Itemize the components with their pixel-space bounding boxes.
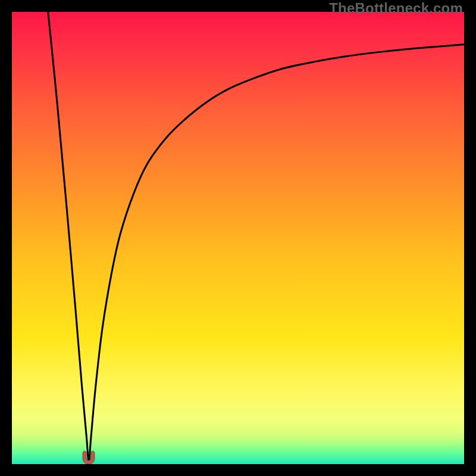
- plot-area: [12, 12, 464, 464]
- optimum-marker-icon: [81, 450, 96, 464]
- bottleneck-curve: [12, 12, 464, 464]
- watermark-text: TheBottleneck.com: [329, 0, 463, 17]
- chart-frame: TheBottleneck.com: [0, 0, 476, 476]
